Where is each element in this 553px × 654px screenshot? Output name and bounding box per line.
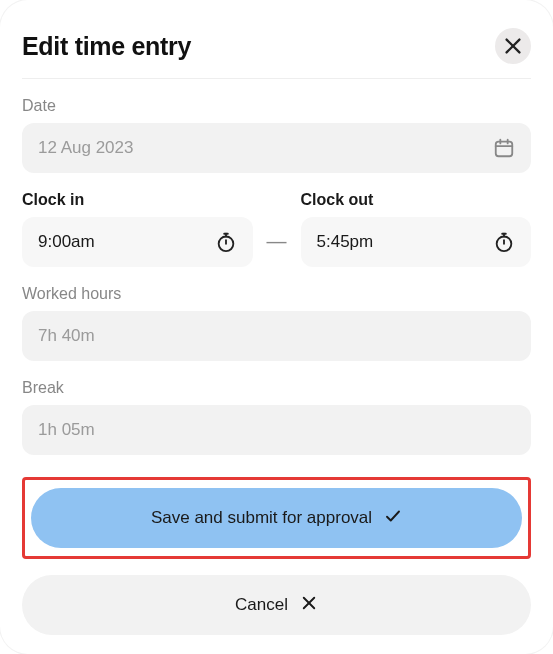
- worked-hours-input: 7h 40m: [22, 311, 531, 361]
- worked-hours-field: Worked hours 7h 40m: [22, 285, 531, 361]
- date-field: Date 12 Aug 2023: [22, 97, 531, 173]
- stopwatch-icon: [215, 231, 237, 253]
- highlight-frame: Save and submit for approval: [22, 477, 531, 559]
- break-field: Break 1h 05m: [22, 379, 531, 455]
- break-label: Break: [22, 379, 531, 397]
- close-button[interactable]: [495, 28, 531, 64]
- worked-hours-label: Worked hours: [22, 285, 531, 303]
- cancel-label: Cancel: [235, 595, 288, 615]
- break-input[interactable]: 1h 05m: [22, 405, 531, 455]
- save-submit-button[interactable]: Save and submit for approval: [31, 488, 522, 548]
- clock-out-input[interactable]: 5:45pm: [301, 217, 532, 267]
- close-icon: [502, 35, 524, 57]
- clock-in-label: Clock in: [22, 191, 253, 209]
- close-icon: [300, 594, 318, 617]
- clock-in-input[interactable]: 9:00am: [22, 217, 253, 267]
- calendar-icon: [493, 137, 515, 159]
- modal-header: Edit time entry: [22, 28, 531, 64]
- divider: [22, 78, 531, 79]
- date-value: 12 Aug 2023: [38, 138, 493, 158]
- clock-out-field: Clock out 5:45pm: [301, 191, 532, 267]
- clock-in-field: Clock in 9:00am: [22, 191, 253, 267]
- modal-title: Edit time entry: [22, 32, 191, 61]
- time-separator: —: [267, 208, 287, 267]
- clock-out-label: Clock out: [301, 191, 532, 209]
- date-label: Date: [22, 97, 531, 115]
- edit-time-entry-modal: Edit time entry Date 12 Aug 2023: [0, 0, 553, 654]
- break-value: 1h 05m: [38, 420, 515, 440]
- clock-in-value: 9:00am: [38, 232, 215, 252]
- worked-hours-value: 7h 40m: [38, 326, 515, 346]
- svg-rect-2: [496, 142, 513, 157]
- check-icon: [384, 507, 402, 530]
- save-submit-label: Save and submit for approval: [151, 508, 372, 528]
- stopwatch-icon: [493, 231, 515, 253]
- clock-out-value: 5:45pm: [317, 232, 494, 252]
- time-row: Clock in 9:00am — Clock out 5:45pm: [22, 191, 531, 267]
- cancel-button[interactable]: Cancel: [22, 575, 531, 635]
- date-input[interactable]: 12 Aug 2023: [22, 123, 531, 173]
